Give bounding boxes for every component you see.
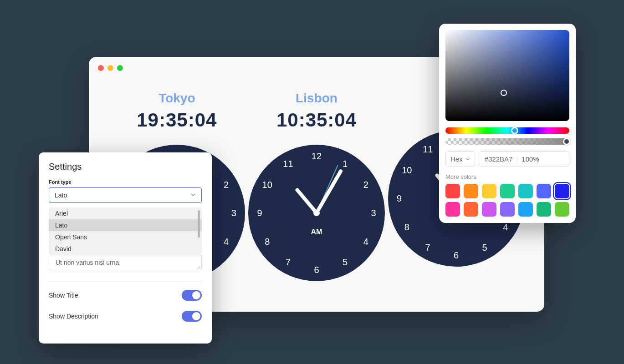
clock-number: 5 <box>482 243 487 253</box>
hue-thumb[interactable] <box>511 127 518 134</box>
clock-number: 4 <box>503 222 508 232</box>
description-textarea[interactable]: Ut non varius nisi urna. <box>49 255 202 270</box>
clock-number: 7 <box>286 257 291 268</box>
clock-number: 10 <box>402 165 412 175</box>
analog-clock: 121234567891011AM <box>248 145 385 281</box>
color-swatch[interactable] <box>445 202 460 217</box>
clock-number: 1 <box>343 158 348 169</box>
city-name: Tokyo <box>108 91 245 106</box>
clock-column: Lisbon 10:35:04 121234567891011AM <box>248 91 385 281</box>
settings-title: Settings <box>49 162 202 172</box>
alpha-slider[interactable] <box>445 138 569 145</box>
resize-handle-icon[interactable] <box>196 264 200 269</box>
saturation-cursor[interactable] <box>501 90 507 96</box>
font-option[interactable]: Open Sans <box>49 231 202 243</box>
color-swatch[interactable] <box>482 184 496 198</box>
scrollbar-thumb[interactable] <box>198 210 200 238</box>
font-select[interactable]: Lato <box>49 187 202 203</box>
color-swatch[interactable] <box>518 202 533 217</box>
color-swatch[interactable] <box>555 202 569 217</box>
clock-number: 12 <box>312 151 322 162</box>
city-name: Lisbon <box>248 91 385 106</box>
show-title-label: Show Title <box>49 292 78 299</box>
clock-number: 4 <box>363 236 368 247</box>
divider <box>49 281 202 282</box>
window-controls <box>98 65 123 71</box>
color-swatch[interactable] <box>464 184 478 198</box>
color-swatch[interactable] <box>500 184 515 198</box>
clock-number: 2 <box>363 179 368 190</box>
color-swatch[interactable] <box>464 202 478 217</box>
minute-hand <box>315 169 343 214</box>
clock-number: 6 <box>314 265 319 275</box>
font-type-label: Font type <box>49 179 202 185</box>
font-select-value: Lato <box>55 192 67 199</box>
clock-number: 11 <box>283 158 293 169</box>
clock-number: 6 <box>454 250 459 261</box>
show-description-toggle[interactable] <box>182 311 202 322</box>
clock-number: 3 <box>231 208 236 218</box>
clock-number: 4 <box>224 236 229 247</box>
color-picker-panel: Hex #322BA7 | 100% More colors <box>439 24 576 223</box>
clock-number: 10 <box>262 179 272 190</box>
chevron-down-icon <box>190 192 196 199</box>
ampm-label: AM <box>311 228 322 236</box>
font-option[interactable]: David <box>49 243 202 255</box>
clock-number: 9 <box>397 193 402 204</box>
time-text: 10:35:04 <box>248 109 385 131</box>
time-text: 19:35:04 <box>108 109 245 131</box>
hue-slider[interactable] <box>445 127 569 134</box>
color-format-select[interactable]: Hex <box>445 151 475 167</box>
clock-number: 5 <box>343 257 348 268</box>
more-colors-label: More colors <box>445 173 569 180</box>
alpha-thumb[interactable] <box>563 138 570 145</box>
maximize-icon[interactable] <box>117 65 123 71</box>
clock-number: 8 <box>265 236 270 247</box>
color-swatch[interactable] <box>537 184 551 198</box>
minimize-icon[interactable] <box>107 65 113 71</box>
hex-input[interactable]: #322BA7 | 100% <box>479 151 569 167</box>
color-swatch[interactable] <box>537 202 551 217</box>
clock-number: 9 <box>257 208 262 218</box>
clock-number: 11 <box>423 144 433 154</box>
close-icon[interactable] <box>98 65 104 71</box>
show-title-toggle[interactable] <box>182 290 202 301</box>
settings-panel: Settings Font type Lato ArielLatoOpen Sa… <box>39 152 212 344</box>
clock-number: 7 <box>425 243 430 253</box>
font-option[interactable]: Ariel <box>49 207 202 219</box>
clock-number: 2 <box>224 179 229 190</box>
font-option[interactable]: Lato <box>49 219 202 231</box>
clock-number: 3 <box>371 208 376 218</box>
swatch-grid <box>445 184 569 217</box>
clock-center <box>313 210 320 216</box>
color-swatch[interactable] <box>518 184 533 198</box>
font-dropdown: ArielLatoOpen SansDavid <box>49 207 202 255</box>
color-swatch[interactable] <box>482 202 496 217</box>
show-description-label: Show Description <box>49 313 98 320</box>
chevron-down-icon <box>465 157 470 162</box>
saturation-area[interactable] <box>445 30 569 121</box>
color-swatch[interactable] <box>445 184 460 198</box>
color-swatch[interactable] <box>500 202 515 217</box>
clock-number: 8 <box>404 222 409 232</box>
color-swatch[interactable] <box>555 184 569 198</box>
